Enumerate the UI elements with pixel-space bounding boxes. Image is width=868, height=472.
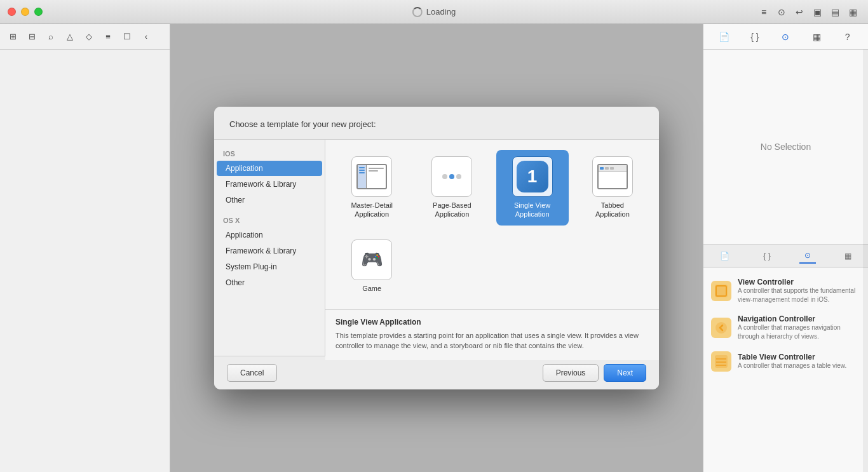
left-panel: ⊞ ⊟ ⌕ △ ◇ ≡ ☐ ‹ [0,24,170,472]
table-view-controller-info: Table View Controller A controller that … [738,353,860,370]
minimize-button[interactable] [21,8,29,16]
chevron-icon[interactable]: ‹ [139,29,154,44]
dialog-title: Choose a template for your new project: [214,107,659,140]
game-icon: 🎮 [351,239,392,280]
template-grid-area: Master-DetailApplication [325,140,659,356]
template-master-detail[interactable]: Master-DetailApplication [336,150,408,226]
template-tabbed[interactable]: TabbedApplication [576,150,649,226]
warning-icon[interactable]: △ [62,29,78,44]
tabbed-icon [592,156,633,197]
search-icon[interactable]: ⌕ [43,29,58,44]
list-icon[interactable]: ≡ [100,29,116,44]
next-button[interactable]: Next [604,364,646,382]
template-game[interactable]: 🎮 Game [336,233,408,299]
master-detail-label: Master-DetailApplication [351,201,392,219]
view-controller-desc: A controller that supports the fundament… [738,287,860,304]
dialog-body: iOS Application Framework & Library Othe… [214,140,659,356]
folder-icon[interactable]: ⊞ [5,29,20,44]
previous-button[interactable]: Previous [543,364,599,382]
dialog-backdrop: Choose a template for your new project: … [170,24,703,472]
sidebar-item-ios-other[interactable]: Other [217,192,322,208]
no-selection-area: No Selection [703,50,868,245]
chat-icon[interactable]: ☐ [119,29,135,44]
navigation-controller-icon [711,318,731,338]
page-based-graphic [442,174,461,179]
description-title: Single View Application [336,318,649,327]
sidebar-item-osx-plugin[interactable]: System Plug-in [217,259,322,274]
component-view-controller[interactable]: View Controller A controller that suppor… [703,273,868,309]
single-view-graphic: 1 [517,161,548,192]
navigation-controller-info: Navigation Controller A controller that … [738,314,860,341]
sidebar-item-ios-application[interactable]: Application [217,161,322,176]
game-label: Game [362,284,381,293]
right-panel-scrollbar[interactable] [863,50,868,472]
table-view-controller-name: Table View Controller [738,353,860,361]
template-grid: Master-DetailApplication [325,140,659,309]
grid-icon[interactable]: ⊟ [24,29,39,44]
right-panel-content: No Selection 📄 { } ⊙ ▦ View Controller A [703,50,868,472]
right-panel-icon-4[interactable]: ▦ [809,29,824,44]
inspector-tab-4[interactable]: ▦ [839,249,857,263]
sidebar-item-osx-application[interactable]: Application [217,227,322,243]
window-titlebar: Loading ≡ ⊙ ↩ ▣ ▤ ▦ [0,0,868,24]
table-view-controller-graphic [714,354,729,369]
svg-rect-3 [715,355,728,368]
window-title: Loading [412,7,456,17]
view-controller-name: View Controller [738,278,860,287]
template-page-based[interactable]: Page-BasedApplication [416,150,488,226]
toolbar-icon-1[interactable]: ≡ [756,4,771,20]
description-text: This template provides a starting point … [336,330,649,351]
right-panel-icon-1[interactable]: 📄 [716,29,731,44]
toolbar-icon-4[interactable]: ▣ [810,4,825,20]
nav-buttons: Previous Next [543,364,646,382]
toolbar-icon-3[interactable]: ↩ [792,4,807,20]
page-based-icon [431,156,472,197]
sidebar-item-osx-framework[interactable]: Framework & Library [217,243,322,259]
navigation-controller-desc: A controller that manages navigation thr… [738,323,860,341]
table-view-controller-icon [711,351,731,372]
master-detail-graphic [356,164,387,189]
tabbed-graphic [597,164,628,189]
view-controller-icon [711,281,731,301]
maximize-button[interactable] [34,8,43,16]
template-single-view[interactable]: 1 Single ViewApplication [496,150,569,226]
page-based-label: Page-BasedApplication [433,201,471,219]
loading-spinner [412,7,423,17]
diamond-icon[interactable]: ◇ [81,29,97,44]
right-panel-icon-5[interactable]: ? [840,29,855,44]
osx-section-label: OS X [214,214,325,227]
right-panel-icon-3[interactable]: ⊙ [778,29,793,44]
component-table-view-controller[interactable]: Table View Controller A controller that … [703,346,868,377]
game-graphic: 🎮 [356,247,387,273]
toolbar-icon-6[interactable]: ▦ [845,4,860,20]
sidebar-item-osx-other[interactable]: Other [217,275,322,290]
dialog-sidebar: iOS Application Framework & Library Othe… [214,140,325,356]
no-selection-text: No Selection [761,142,811,152]
right-panel-icon-2[interactable]: { } [747,29,763,44]
inspector-tab-1[interactable]: 📄 [715,249,735,263]
inspector-tab-3[interactable]: ⊙ [799,248,816,264]
description-area: Single View Application This template pr… [325,309,659,360]
component-list: View Controller A controller that suppor… [703,267,868,472]
view-controller-info: View Controller A controller that suppor… [738,278,860,304]
master-detail-icon [351,156,392,197]
sidebar-item-ios-framework[interactable]: Framework & Library [217,177,322,192]
navigation-controller-graphic [714,320,729,335]
table-view-controller-desc: A controller that manages a table view. [738,361,860,370]
toolbar-icons: ≡ ⊙ ↩ ▣ ▤ ▦ [756,4,860,20]
right-panel: 📄 { } ⊙ ▦ ? No Selection 📄 { } ⊙ ▦ [703,24,868,472]
right-panel-toolbar: 📄 { } ⊙ ▦ ? [703,24,868,50]
cancel-button[interactable]: Cancel [227,364,277,382]
toolbar-icon-5[interactable]: ▤ [827,4,843,20]
inspector-tabs: 📄 { } ⊙ ▦ [703,245,868,267]
close-button[interactable] [8,8,16,16]
component-navigation-controller[interactable]: Navigation Controller A controller that … [703,309,868,346]
toolbar-icon-2[interactable]: ⊙ [774,4,789,20]
new-project-dialog: Choose a template for your new project: … [214,107,659,389]
inspector-tab-2[interactable]: { } [758,249,775,263]
navigation-controller-name: Navigation Controller [738,314,860,323]
svg-point-2 [715,322,727,334]
dialog-footer: Cancel Previous Next [214,356,659,389]
single-view-icon: 1 [512,156,553,197]
main-content: Choose a template for your new project: … [170,24,703,472]
